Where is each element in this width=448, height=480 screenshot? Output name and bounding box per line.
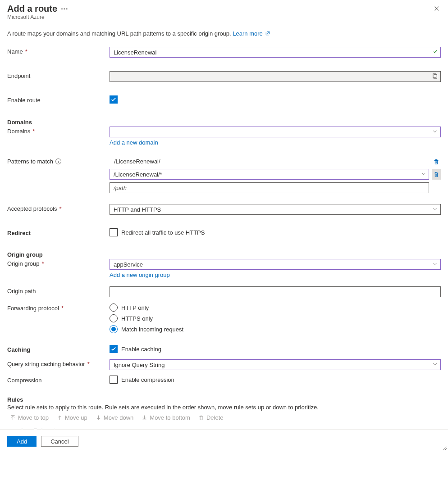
forwarding-match-radio[interactable] xyxy=(110,325,118,333)
endpoint-label: Endpoint xyxy=(7,71,110,79)
rules-toolbar: Move to top Move up Move down Move to bo… xyxy=(7,414,441,421)
more-menu-icon[interactable]: ··· xyxy=(61,5,68,13)
delete-icon[interactable] xyxy=(432,158,441,165)
forwarding-match-label: Match incoming request xyxy=(121,326,183,333)
subtitle: Microsoft Azure xyxy=(7,14,68,20)
add-button[interactable]: Add xyxy=(7,436,37,447)
add-origin-group-link[interactable]: Add a new origin group xyxy=(110,272,441,278)
origin-path-input[interactable] xyxy=(110,286,441,297)
pattern-input-new[interactable] xyxy=(110,182,429,193)
forwarding-https-label: HTTPS only xyxy=(121,315,153,322)
origin-group-section-heading: Origin group xyxy=(7,250,110,258)
rules-section-heading: Rules xyxy=(7,396,441,403)
move-to-bottom-button[interactable]: Move to bottom xyxy=(142,414,190,421)
enable-caching-label: Enable caching xyxy=(121,346,161,353)
name-label: Name* xyxy=(7,47,110,55)
page-title: Add a route ··· xyxy=(7,4,68,14)
external-link-icon xyxy=(265,31,270,36)
origin-group-select[interactable]: appService xyxy=(110,259,441,270)
pattern-static-value: /LicenseRenewal/ xyxy=(110,157,429,166)
info-icon[interactable]: i xyxy=(55,158,61,164)
rules-description: Select rule sets to apply to this route.… xyxy=(7,404,441,411)
move-up-button[interactable]: Move up xyxy=(57,414,87,421)
redirect-https-checkbox[interactable] xyxy=(110,228,118,236)
forwarding-http-radio[interactable] xyxy=(110,303,118,312)
enable-compression-checkbox[interactable] xyxy=(110,376,118,384)
compression-label: Compression xyxy=(7,376,110,384)
copy-icon[interactable] xyxy=(431,73,438,81)
title-text: Add a route xyxy=(7,4,57,14)
endpoint-field xyxy=(110,71,441,82)
query-string-label: Query string caching behavior* xyxy=(7,359,110,367)
origin-path-label: Origin path xyxy=(7,286,110,294)
forwarding-https-radio[interactable] xyxy=(110,314,118,322)
domains-section-heading: Domains xyxy=(7,118,110,126)
description: A route maps your domains and matching U… xyxy=(7,30,441,37)
enable-compression-label: Enable compression xyxy=(121,376,174,383)
pattern-input-selected[interactable] xyxy=(110,169,429,180)
patterns-label: Patterns to match i xyxy=(7,157,110,165)
accepted-protocols-select[interactable]: HTTP and HTTPS xyxy=(110,204,441,215)
move-to-top-button[interactable]: Move to top xyxy=(10,414,49,421)
enable-route-label: Enable route xyxy=(7,95,110,104)
redirect-label: Redirect xyxy=(7,228,110,236)
forwarding-protocol-label: Forwarding protocol* xyxy=(7,303,110,312)
accepted-protocols-label: Accepted protocols* xyxy=(7,204,110,212)
enable-route-checkbox[interactable] xyxy=(110,95,118,104)
chevron-down-icon xyxy=(432,206,438,213)
resize-grip-icon[interactable] xyxy=(443,445,447,452)
learn-more-link[interactable]: Learn more xyxy=(233,30,270,37)
chevron-down-icon xyxy=(432,261,438,268)
description-text: A route maps your domains and matching U… xyxy=(7,30,233,37)
move-down-button[interactable]: Move down xyxy=(96,414,133,421)
add-domain-link[interactable]: Add a new domain xyxy=(110,139,441,146)
delete-icon[interactable] xyxy=(432,169,441,180)
domains-select[interactable] xyxy=(110,127,441,137)
query-string-select[interactable]: Ignore Query String xyxy=(110,359,441,370)
cancel-button[interactable]: Cancel xyxy=(41,436,78,447)
close-icon[interactable] xyxy=(434,4,441,14)
enable-caching-checkbox[interactable] xyxy=(110,345,118,353)
chevron-down-icon xyxy=(432,129,438,136)
name-input[interactable] xyxy=(110,47,441,58)
forwarding-http-label: HTTP only xyxy=(121,304,149,311)
origin-group-label: Origin group* xyxy=(7,259,110,267)
caching-label: Caching xyxy=(7,345,110,353)
domains-label: Domains* xyxy=(7,127,110,135)
chevron-down-icon xyxy=(432,362,438,368)
redirect-https-label: Redirect all traffic to use HTTPS xyxy=(121,229,205,236)
delete-button[interactable]: Delete xyxy=(198,414,224,421)
